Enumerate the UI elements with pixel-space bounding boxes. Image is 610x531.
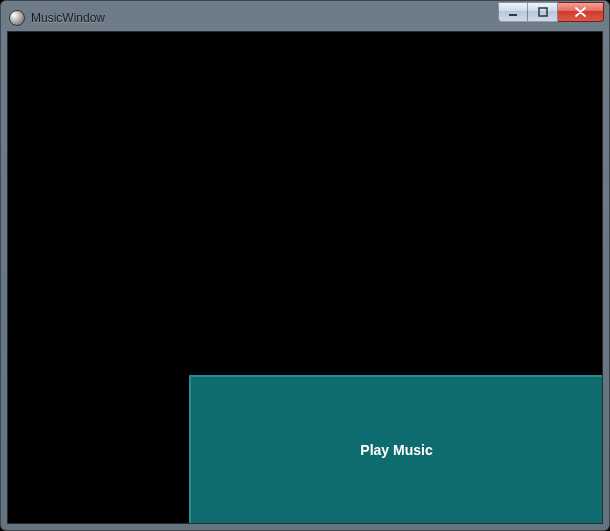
client-area: Play Music [7, 31, 603, 524]
play-music-button[interactable]: Play Music [189, 375, 602, 523]
window-title: MusicWindow [31, 11, 105, 25]
maximize-icon [538, 7, 548, 17]
close-icon [575, 7, 586, 17]
minimize-icon [508, 7, 518, 17]
window-control-buttons [498, 2, 604, 22]
svg-rect-1 [539, 8, 547, 16]
window-chrome: MusicWindow Play Music [0, 0, 610, 531]
titlebar: MusicWindow [7, 7, 603, 29]
app-icon [9, 10, 25, 26]
titlebar-left: MusicWindow [7, 10, 105, 26]
svg-rect-0 [509, 14, 517, 16]
maximize-button[interactable] [528, 2, 558, 22]
play-music-label: Play Music [360, 442, 432, 458]
minimize-button[interactable] [498, 2, 528, 22]
close-button[interactable] [558, 2, 604, 22]
